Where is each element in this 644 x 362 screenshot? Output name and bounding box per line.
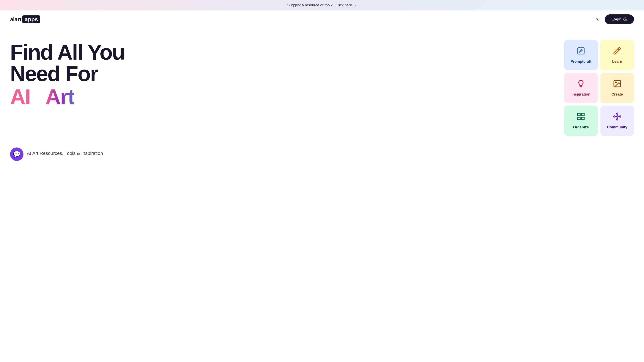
image-icon bbox=[613, 79, 622, 90]
grid-icon bbox=[576, 112, 585, 123]
logo[interactable]: aiart apps bbox=[10, 15, 40, 23]
header-right: ☀ Login bbox=[594, 14, 634, 24]
card-organize[interactable]: Organize bbox=[564, 106, 598, 136]
svg-rect-7 bbox=[582, 117, 584, 120]
card-inspiration[interactable]: Inspiration bbox=[564, 73, 598, 103]
sun-icon: ☀ bbox=[595, 17, 600, 22]
logo-apps: apps bbox=[22, 15, 40, 23]
pencil-icon bbox=[613, 46, 622, 57]
card-promptcraft-label: Promptcraft bbox=[570, 59, 592, 64]
hero-title: Find All You Need For bbox=[10, 41, 558, 84]
card-organize-label: Organize bbox=[573, 125, 589, 129]
hero-text: Find All You Need For AI Art bbox=[10, 38, 558, 111]
svg-rect-4 bbox=[578, 113, 580, 116]
edit-icon bbox=[576, 46, 585, 57]
login-button[interactable]: Login bbox=[605, 14, 634, 24]
svg-point-3 bbox=[615, 82, 616, 83]
chat-bubble-button[interactable]: 💬 bbox=[10, 147, 24, 161]
chat-icon: 💬 bbox=[13, 151, 21, 158]
top-banner: Suggest a resource or tool? Click here → bbox=[0, 0, 644, 10]
hero-line2: Need For bbox=[10, 62, 98, 86]
hero-subtitle: AI Art bbox=[10, 86, 558, 108]
bottom-section: 💬 AI Art Resources, Tools & Inspiration bbox=[0, 142, 644, 168]
lightbulb-icon bbox=[576, 79, 585, 90]
header: aiart apps ☀ Login bbox=[0, 10, 644, 28]
svg-rect-0 bbox=[578, 47, 584, 54]
svg-rect-5 bbox=[582, 113, 584, 116]
banner-text: Suggest a resource or tool? bbox=[287, 3, 332, 7]
logo-aiart: aiart bbox=[10, 16, 21, 23]
art-text: Art bbox=[45, 85, 74, 109]
google-icon bbox=[623, 17, 627, 21]
card-inspiration-label: Inspiration bbox=[572, 92, 590, 96]
banner-link[interactable]: Click here → bbox=[336, 3, 357, 7]
svg-rect-6 bbox=[578, 117, 580, 120]
ai-text: AI bbox=[10, 85, 30, 109]
card-grid: Promptcraft Learn Inspiration bbox=[564, 40, 634, 136]
nodes-icon bbox=[613, 112, 622, 123]
theme-toggle-button[interactable]: ☀ bbox=[594, 15, 601, 23]
hero-line1: Find All You bbox=[10, 40, 124, 64]
card-learn-label: Learn bbox=[612, 59, 622, 64]
card-create-label: Create bbox=[612, 92, 623, 96]
card-learn[interactable]: Learn bbox=[600, 40, 634, 70]
login-label: Login bbox=[612, 17, 622, 21]
card-community-label: Community bbox=[607, 125, 628, 129]
main-content: Find All You Need For AI Art Promptcraft bbox=[0, 28, 644, 142]
card-promptcraft[interactable]: Promptcraft bbox=[564, 40, 598, 70]
card-create[interactable]: Create bbox=[600, 73, 634, 103]
hero-description: AI Art Resources, Tools & Inspiration bbox=[27, 151, 103, 156]
card-community[interactable]: Community bbox=[600, 106, 634, 136]
